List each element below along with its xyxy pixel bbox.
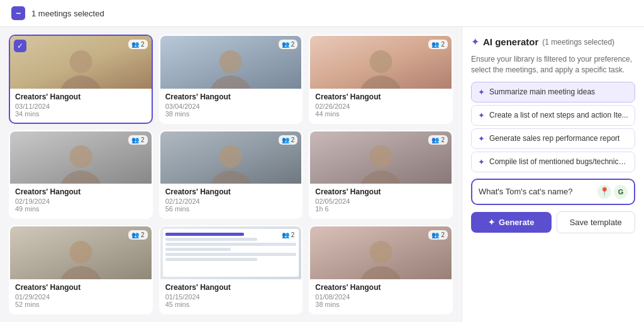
card-duration: 49 mins bbox=[15, 205, 147, 213]
person-body bbox=[359, 266, 403, 279]
meeting-card[interactable]: ✓ 👥 2 Creators' Hangout 03/11/2024 34 mi… bbox=[9, 35, 153, 124]
card-info: Creators' Hangout 01/15/2024 45 mins bbox=[160, 279, 302, 313]
meeting-grid: ✓ 👥 2 Creators' Hangout 03/11/2024 34 mi… bbox=[0, 27, 462, 322]
person-body bbox=[209, 170, 253, 184]
ai-custom-input[interactable] bbox=[479, 187, 594, 196]
card-date: 02/12/2024 bbox=[165, 197, 297, 205]
participants-icon: 👥 bbox=[282, 136, 289, 143]
person-head bbox=[219, 145, 242, 168]
card-info: Creators' Hangout 02/12/2024 56 mins bbox=[160, 184, 302, 218]
person-body bbox=[58, 170, 103, 184]
participants-icon: 👥 bbox=[131, 231, 139, 238]
card-date: 02/26/2024 bbox=[315, 103, 447, 110]
participants-count: 2 bbox=[291, 41, 295, 48]
participants-count: 2 bbox=[141, 231, 145, 238]
person-body bbox=[58, 266, 103, 279]
ai-panel-title: AI generator bbox=[483, 36, 538, 47]
card-thumbnail: 👥 2 bbox=[160, 131, 302, 184]
minus-icon: − bbox=[16, 9, 21, 18]
meeting-card[interactable]: 👥 2 Creators' Hangout 01/08/2024 38 mins bbox=[309, 225, 453, 314]
participants-icon: 👥 bbox=[282, 231, 289, 238]
person-head bbox=[219, 50, 242, 73]
suggestion-item[interactable]: ✦ Compile list of mentioned bugs/technic… bbox=[471, 152, 635, 172]
meeting-card[interactable]: 👥 2 Creators' Hangout 03/04/2024 38 mins bbox=[159, 35, 303, 124]
person-body bbox=[209, 75, 253, 89]
ai-panel-header: ✦ AI generator (1 meetings selected) bbox=[471, 36, 635, 48]
grammarly-icon[interactable]: G bbox=[614, 185, 628, 199]
suggestion-star-icon: ✦ bbox=[478, 157, 485, 167]
card-date: 01/29/2024 bbox=[15, 293, 147, 301]
participants-count: 2 bbox=[141, 41, 145, 48]
meeting-card[interactable]: 👥 2 Creators' Hangout 02/05/2024 1h 6 bbox=[309, 130, 453, 219]
card-title: Creators' Hangout bbox=[315, 92, 447, 101]
person-silhouette bbox=[338, 139, 423, 184]
card-thumbnail: 👥 2 bbox=[310, 226, 452, 279]
card-info: Creators' Hangout 01/08/2024 38 mins bbox=[310, 279, 452, 313]
participant-badge: 👥 2 bbox=[279, 230, 298, 240]
card-duration: 52 mins bbox=[15, 301, 147, 308]
card-date: 01/08/2024 bbox=[315, 293, 447, 301]
card-title: Creators' Hangout bbox=[15, 283, 147, 292]
ai-description: Ensure your library is filtered to your … bbox=[471, 54, 635, 75]
suggestion-star-icon: ✦ bbox=[478, 111, 485, 120]
generate-label: Generate bbox=[499, 218, 534, 227]
card-thumbnail: 👥 2 bbox=[310, 131, 452, 184]
ai-input-area: 📍 G bbox=[471, 179, 635, 205]
meeting-card[interactable]: 👥 2 Creators' Hangout 01/29/2024 52 mins bbox=[9, 225, 153, 314]
card-date: 02/19/2024 bbox=[15, 197, 147, 205]
card-info: Creators' Hangout 02/05/2024 1h 6 bbox=[310, 184, 452, 218]
deselect-button[interactable]: − bbox=[11, 6, 25, 20]
suggestion-item[interactable]: ✦ Generate sales rep performance report bbox=[471, 128, 635, 149]
person-silhouette bbox=[189, 139, 274, 184]
main-content: ✓ 👥 2 Creators' Hangout 03/11/2024 34 mi… bbox=[0, 27, 644, 322]
checkmark-icon: ✓ bbox=[17, 42, 23, 50]
suggestion-item[interactable]: ✦ Create a list of next steps and action… bbox=[471, 105, 635, 126]
header-bar: − 1 meetings selected bbox=[0, 0, 644, 27]
person-head bbox=[370, 145, 392, 168]
check-badge: ✓ bbox=[14, 40, 26, 52]
participants-count: 2 bbox=[441, 231, 445, 238]
card-date: 03/11/2024 bbox=[15, 103, 147, 110]
person-head bbox=[69, 241, 92, 264]
participants-count: 2 bbox=[441, 41, 445, 48]
card-duration: 1h 6 bbox=[315, 205, 447, 213]
card-title: Creators' Hangout bbox=[165, 187, 297, 196]
participant-badge: 👥 2 bbox=[279, 135, 298, 145]
participant-badge: 👥 2 bbox=[128, 230, 148, 240]
card-date: 03/04/2024 bbox=[165, 103, 297, 110]
card-thumbnail: 👥 2 bbox=[160, 36, 302, 89]
generate-button[interactable]: ✦ Generate bbox=[471, 212, 552, 233]
card-title: Creators' Hangout bbox=[15, 92, 147, 101]
suggestion-item[interactable]: ✦ Summarize main meeting ideas bbox=[471, 82, 635, 103]
person-body bbox=[359, 170, 403, 184]
person-head bbox=[370, 241, 392, 264]
location-icon[interactable]: 📍 bbox=[597, 185, 611, 199]
participants-icon: 👥 bbox=[431, 231, 439, 238]
card-duration: 34 mins bbox=[15, 110, 147, 118]
person-body bbox=[58, 75, 103, 89]
card-info: Creators' Hangout 02/19/2024 49 mins bbox=[10, 184, 152, 218]
meeting-card[interactable]: 👥 2 Creators' Hangout 01/15/2024 45 mins bbox=[159, 225, 303, 314]
selected-count-label: 1 meetings selected bbox=[31, 9, 104, 18]
card-date: 02/05/2024 bbox=[315, 197, 447, 205]
card-info: Creators' Hangout 01/29/2024 52 mins bbox=[10, 279, 152, 313]
meeting-card[interactable]: 👥 2 Creators' Hangout 02/12/2024 56 mins bbox=[159, 130, 303, 219]
participants-icon: 👥 bbox=[431, 41, 439, 48]
suggestion-text: Create a list of next steps and action I… bbox=[489, 111, 628, 119]
suggestion-text: Summarize main meeting ideas bbox=[489, 87, 595, 96]
ai-stars-icon: ✦ bbox=[471, 36, 479, 48]
participants-icon: 👥 bbox=[131, 136, 139, 143]
save-template-button[interactable]: Save template bbox=[557, 211, 636, 233]
card-title: Creators' Hangout bbox=[165, 92, 297, 101]
input-icons: 📍 G bbox=[597, 185, 628, 199]
meeting-card[interactable]: 👥 2 Creators' Hangout 02/19/2024 49 mins bbox=[9, 130, 153, 219]
card-thumbnail: ✓ 👥 2 bbox=[10, 36, 152, 89]
participants-count: 2 bbox=[291, 136, 295, 143]
card-duration: 44 mins bbox=[315, 110, 447, 118]
suggestion-text: Generate sales rep performance report bbox=[489, 134, 619, 143]
meeting-card[interactable]: 👥 2 Creators' Hangout 02/26/2024 44 mins bbox=[309, 35, 453, 124]
card-date: 01/15/2024 bbox=[165, 293, 297, 301]
person-silhouette bbox=[189, 44, 274, 89]
participants-count: 2 bbox=[291, 231, 295, 238]
card-duration: 38 mins bbox=[315, 301, 447, 308]
